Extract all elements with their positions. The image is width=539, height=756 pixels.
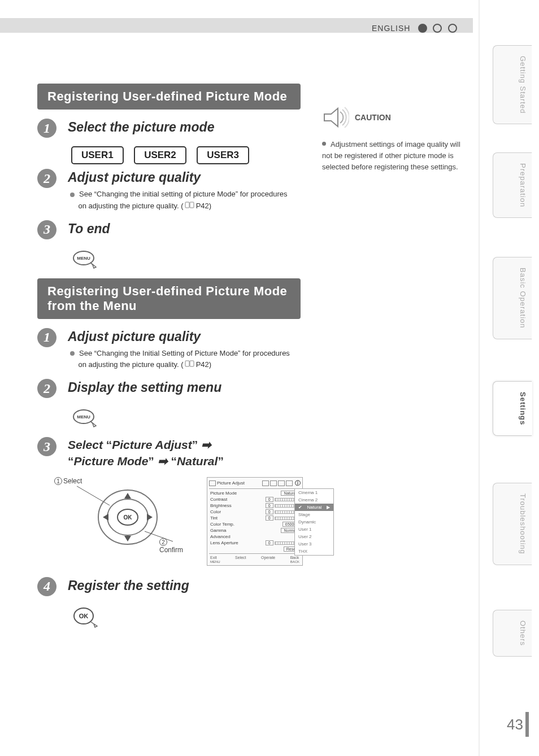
user2-button[interactable]: USER2 [134,146,186,164]
s2-step1-title: Adjust picture quality [68,329,472,344]
page-dots [418,23,460,33]
s2-step1-note: See “Changing the Initial Setting of Pic… [70,348,472,372]
menu-button-graphic: MENU [71,407,472,432]
step-number-3-icon: 3 [37,437,56,456]
step-number-2-icon: 2 [37,169,56,188]
step-number-2-icon: 2 [37,379,56,398]
s1-step1-title: Select the picture mode [68,120,472,135]
svg-rect-2 [190,202,194,208]
osd-icon [278,480,285,486]
select-confirm-diagram: 1Select OK 2Confirm [54,477,472,566]
osd-icon [262,480,269,486]
step-number-1-icon: 1 [37,328,56,347]
osd-icon [270,480,277,486]
user1-button[interactable]: USER1 [71,146,124,164]
diagram-select-label: 1Select [54,477,82,485]
s1-step2: 2 Adjust picture quality See “Changing t… [37,169,472,212]
osd-tab-label: Picture Adjust [217,480,245,486]
arrow-right-icon: ➡ [154,455,171,467]
page: ENGLISH Getting Started Preparation Basi… [0,0,539,756]
s2-step4: 4 Register the setting [37,577,472,597]
osd-screenshot: Picture Adjust ⓘ Picture ModeNatural Con… [207,477,337,566]
svg-line-9 [77,486,110,505]
page-ref-icon [184,360,196,367]
svg-marker-14 [124,493,131,499]
s1-step2-note: See “Changing the initial setting of pic… [70,189,472,212]
section1-title: Registering User-defined Picture Mode [37,84,301,110]
s2-step3: 3 Select “Picture Adjust” ➡ “Picture Mod… [37,437,472,469]
osd-tab-icon [209,480,216,486]
s1-step2-title: Adjust picture quality [68,170,472,185]
svg-rect-6 [190,361,194,366]
dot-empty-icon [448,24,457,33]
tab-others[interactable]: Others [493,610,532,657]
tab-getting-started[interactable]: Getting Started [493,45,532,124]
tab-preparation[interactable]: Preparation [493,152,532,218]
language-label: ENGLISH [372,24,410,33]
step-number-4-icon: 4 [37,577,56,596]
page-number: 43 [507,716,523,733]
tab-settings[interactable]: Settings [493,381,532,436]
s2-step3-title: Select “Picture Adjust” ➡ “Picture Mode”… [68,437,472,469]
tab-basic-operation[interactable]: Basic Operation [493,257,532,339]
svg-text:MENU: MENU [77,256,90,261]
s2-step2-title: Display the setting menu [68,380,472,395]
user3-button[interactable]: USER3 [197,146,249,164]
svg-text:OK: OK [79,613,89,619]
main-content: Registering User-defined Picture Mode 1 … [37,79,472,633]
s2-step2: 2 Display the setting menu [37,379,472,399]
osd-dropdown: Cinema 1 Cinema 2 ✔Natural▶ Stage Dynami… [294,488,334,556]
s1-step1: 1 Select the picture mode [37,119,472,138]
section2-title: Registering User-defined Picture Mode fr… [37,278,301,319]
arrow-right-icon: ➡ [198,438,211,451]
osd-icon [286,480,293,486]
sidebar-tabs: Getting Started Preparation Basic Operat… [479,0,539,756]
svg-marker-17 [147,514,153,521]
s1-step3: 3 To end [37,220,472,240]
svg-marker-16 [103,514,108,521]
svg-text:OK: OK [124,514,133,521]
diagram-confirm-label: 2Confirm [159,538,184,554]
svg-marker-15 [124,536,131,541]
s2-step4-title: Register the setting [68,578,472,593]
svg-rect-5 [185,361,189,366]
page-number-accent [525,712,529,737]
dot-filled-icon [418,24,427,33]
step-number-1-icon: 1 [37,119,56,138]
tab-troubleshooting[interactable]: Troubleshooting [493,483,532,565]
svg-rect-1 [185,202,189,208]
info-icon: ⓘ [295,479,301,487]
s1-step3-title: To end [68,221,472,237]
menu-button-graphic: MENU [71,248,472,274]
step-number-3-icon: 3 [37,220,56,239]
s2-step1: 1 Adjust picture quality See “Changing t… [37,328,472,372]
ok-button-graphic: OK [71,605,472,633]
page-ref-icon [184,202,196,208]
svg-text:MENU: MENU [77,414,90,419]
user-mode-buttons: USER1 USER2 USER3 [71,146,472,164]
dot-empty-icon [433,24,442,33]
